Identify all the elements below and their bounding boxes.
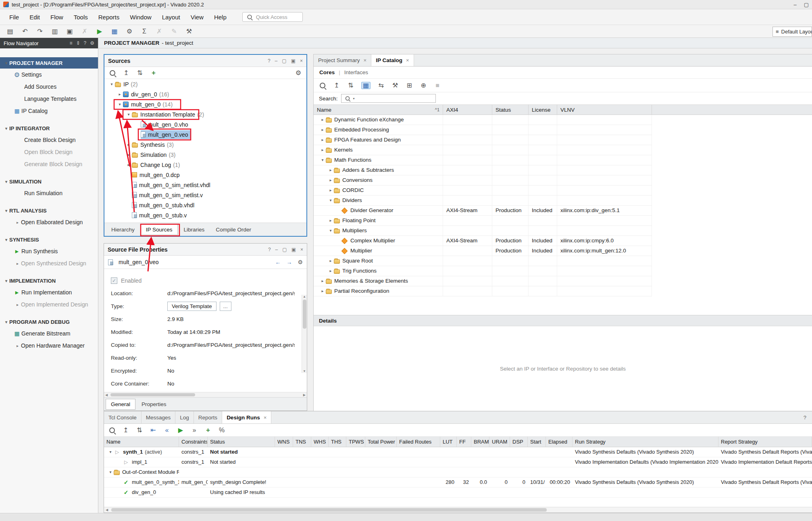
flow-navigator-item[interactable]: Open Block Design — [0, 146, 98, 158]
enabled-checkbox[interactable]: ✓ — [111, 277, 117, 284]
tree-item[interactable]: ▸ Change Log (1) — [104, 160, 306, 170]
scrollbar-thumb[interactable] — [303, 300, 306, 329]
percent-icon[interactable]: % — [218, 427, 225, 434]
bottom-tab[interactable]: Tcl Console — [104, 411, 142, 423]
layout-grid-icon[interactable]: ▦ — [111, 28, 118, 35]
quick-access-search[interactable]: Quick Access — [242, 12, 303, 22]
properties-view-tab[interactable]: Properties — [136, 399, 172, 410]
expand-all-icon[interactable]: ⇅ — [136, 427, 143, 434]
flow-navigator-item[interactable]: ▾ IP INTEGRATOR — [0, 123, 98, 134]
expander-icon[interactable]: ▾ — [108, 82, 115, 86]
ip-catalog-row[interactable]: ▸ FPGA Features and Design — [314, 135, 652, 145]
expander-icon[interactable]: ▾ — [327, 196, 334, 205]
ip-catalog-row[interactable]: ▸ Dynamic Function eXchange — [314, 115, 652, 125]
sources-view-tab[interactable]: Libraries — [179, 224, 210, 235]
resize-icon[interactable]: ⇕ — [76, 40, 80, 46]
close-icon[interactable]: × — [364, 57, 367, 63]
ip-catalog-row[interactable]: ▸ Memories & Storage Elements — [314, 276, 652, 286]
column-header[interactable]: Report Strategy — [718, 437, 812, 447]
tree-item[interactable]: mult_gen_0_stub.vhdl — [104, 200, 306, 210]
expander-icon[interactable]: ▾ — [125, 112, 132, 117]
report-icon[interactable]: ▥ — [51, 28, 58, 35]
flow-navigator-item[interactable]: Add Sources — [0, 81, 98, 93]
tree-item[interactable]: mult_gen_0.veo — [104, 129, 306, 140]
expander-icon[interactable]: ▸ — [125, 152, 132, 157]
edit-pencil-icon[interactable]: ✎ — [171, 28, 178, 35]
web-icon[interactable]: ⊕ — [420, 82, 427, 89]
column-header[interactable]: BRAM — [471, 437, 489, 447]
column-header[interactable]: LUT — [440, 437, 457, 447]
ip-catalog-row[interactable]: ▾ Math Functions — [314, 155, 652, 165]
column-header[interactable]: Status — [208, 437, 275, 447]
column-header[interactable]: License — [529, 105, 557, 115]
flow-navigator-item[interactable]: ▸ Open Hardware Manager — [0, 340, 98, 352]
minimize-icon[interactable]: – — [275, 247, 278, 252]
expander-icon[interactable]: ▸ — [319, 135, 326, 145]
bottom-tab[interactable]: Reports — [194, 411, 222, 423]
interfaces-view[interactable]: Interfaces — [344, 69, 368, 75]
cores-view[interactable]: Cores — [319, 69, 335, 75]
stop-icon[interactable]: ■ — [434, 82, 441, 89]
horizontal-scrollbar[interactable]: ◀ — [104, 507, 812, 513]
ip-catalog-row[interactable]: ▸ Square Root — [314, 256, 652, 266]
flow-navigator-item[interactable]: ▸ Open Synthesized Design — [0, 257, 98, 269]
menu-item[interactable]: Edit — [24, 12, 45, 23]
flow-navigator-item[interactable]: Settings — [0, 69, 98, 81]
expander-icon[interactable]: ▸ — [327, 185, 334, 195]
run-row[interactable]: impl_1 constrs_1 Not started — [104, 457, 812, 467]
flow-navigator-item[interactable]: Create Block Design — [0, 134, 98, 146]
column-header[interactable]: THS — [329, 437, 346, 447]
add-repository-icon[interactable]: ⊞ — [406, 82, 413, 89]
column-header[interactable]: WHS — [311, 437, 329, 447]
run-row[interactable]: mult_gen_0_synth_1 mult_gen_0 synth_desi… — [104, 477, 812, 488]
expander-icon[interactable]: ▸ — [327, 256, 334, 266]
bottom-tab[interactable]: Design Runs × — [222, 411, 271, 423]
column-header[interactable]: Elapsed — [546, 437, 573, 447]
tree-item[interactable]: ▸ div_gen_0 (16) — [104, 89, 306, 99]
save-icon[interactable]: ▤ — [6, 28, 14, 35]
wrench-icon[interactable]: ⚒ — [185, 28, 193, 35]
flow-navigator-item[interactable]: ▾ SIMULATION — [0, 176, 98, 187]
expander-icon[interactable]: ▸ — [125, 142, 132, 147]
column-header[interactable]: FF — [457, 437, 471, 447]
expander-icon[interactable]: ▸ — [327, 216, 334, 225]
reset-runs-icon[interactable]: ⇤ — [150, 427, 157, 434]
flow-navigator-item[interactable]: ▾ PROJECT MANAGER — [0, 57, 98, 69]
ip-search-input[interactable]: ▾ — [341, 94, 436, 103]
scrollbar-thumb[interactable] — [111, 508, 547, 512]
expander-icon[interactable]: ▾ — [319, 155, 326, 165]
run-row[interactable]: ▾ synth_1 (active) constrs_1 Not started — [104, 447, 812, 457]
expander-icon[interactable]: ▸ — [319, 115, 326, 125]
back-icon[interactable]: ← — [275, 259, 281, 265]
flow-navigator-item[interactable]: Generate Block Design — [0, 158, 98, 170]
column-header[interactable]: Total Power — [365, 437, 397, 447]
tree-item[interactable]: mult_gen_0_stub.v — [104, 210, 306, 220]
maximize-icon[interactable]: ▢ — [282, 247, 287, 252]
expander-icon[interactable]: ▾ — [107, 467, 114, 477]
flow-navigator-item[interactable]: ▸ Open Implemented Design — [0, 298, 98, 311]
flow-navigator-item[interactable]: Language Templates — [0, 93, 98, 105]
expander-icon[interactable]: ▸ — [319, 276, 326, 286]
add-sources-icon[interactable]: + — [150, 69, 157, 77]
flow-navigator-item[interactable]: Run Synthesis — [0, 245, 98, 257]
ip-catalog-row[interactable]: ▸ Kernels — [314, 145, 652, 155]
ip-catalog-row[interactable]: Multiplier Production Included xilinx.co… — [314, 246, 652, 256]
maximize-button[interactable]: ▢ — [804, 2, 809, 8]
column-header[interactable]: AXI4 — [443, 105, 492, 115]
document-tab[interactable]: Project Summary × — [314, 54, 371, 66]
flow-navigator-item[interactable]: ▾ RTL ANALYSIS — [0, 205, 98, 216]
help-icon[interactable]: ? — [268, 58, 271, 64]
menu-item[interactable]: View — [185, 12, 209, 23]
default-layout-select[interactable]: ≡ Default Layou — [772, 27, 812, 37]
expander-icon[interactable]: ▾ — [327, 226, 334, 235]
ip-catalog-row[interactable]: ▸ Floating Point — [314, 216, 652, 226]
run-icon[interactable]: ▶ — [96, 28, 103, 35]
bottom-tab[interactable]: Log — [175, 411, 194, 423]
horizontal-scrollbar[interactable]: ◀▶ — [104, 392, 307, 397]
maximize-icon[interactable]: ▢ — [282, 58, 286, 64]
expander-icon[interactable]: ▸ — [319, 145, 326, 155]
create-run-icon[interactable]: + — [204, 427, 212, 434]
column-header[interactable]: TNS — [293, 437, 311, 447]
search-icon[interactable] — [108, 427, 116, 434]
flow-navigator-item[interactable]: ▾ SYNTHESIS — [0, 234, 98, 245]
